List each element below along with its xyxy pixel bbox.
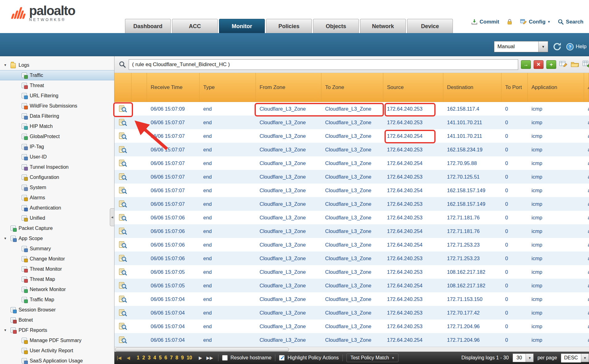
receive-time-cell[interactable]: 06/06 15:07:04: [147, 320, 200, 333]
from-zone-cell[interactable]: Cloudflare_L3_Zone: [256, 143, 321, 156]
action-cell[interactable]: a: [584, 265, 589, 279]
action-cell[interactable]: a: [584, 116, 589, 129]
to-zone-cell[interactable]: Cloudflare_L3_Zone: [321, 170, 383, 184]
to-zone-cell[interactable]: Cloudflare_L3_Zone: [321, 143, 383, 156]
config-button[interactable]: Config ▼: [520, 19, 551, 25]
sidebar-item-traffic[interactable]: Traffic: [0, 70, 114, 80]
source-cell[interactable]: 172.64.240.254: [383, 238, 443, 252]
to-port-cell[interactable]: 0: [501, 102, 528, 116]
type-cell[interactable]: end: [200, 197, 256, 211]
action-cell[interactable]: a: [584, 129, 589, 143]
commit-button[interactable]: Commit: [471, 19, 499, 25]
page-link-9[interactable]: 9: [181, 355, 184, 361]
from-zone-cell[interactable]: Cloudflare_L3_Zone: [256, 184, 321, 197]
to-port-cell[interactable]: 0: [501, 306, 528, 320]
source-cell[interactable]: 172.64.240.253: [383, 116, 443, 129]
receive-time-cell[interactable]: 06/06 15:07:06: [147, 224, 200, 238]
sidebar-item-summary[interactable]: Summary: [0, 243, 114, 254]
receive-time-cell[interactable]: 06/06 15:07:09: [147, 102, 200, 116]
search-button[interactable]: Search: [558, 19, 583, 25]
to-zone-cell[interactable]: Cloudflare_L3_Zone: [321, 279, 383, 292]
source-cell[interactable]: 172.64.240.254: [383, 129, 443, 143]
source-cell[interactable]: 172.64.240.254: [383, 184, 443, 197]
destination-cell[interactable]: 172.71.181.76: [443, 224, 501, 238]
column-header-to-zone[interactable]: To Zone: [321, 73, 383, 102]
destination-cell[interactable]: 172.71.253.23: [443, 238, 501, 252]
destination-cell[interactable]: 108.162.217.182: [443, 265, 501, 279]
type-cell[interactable]: end: [200, 211, 256, 224]
from-zone-cell[interactable]: Cloudflare_L3_Zone: [256, 292, 321, 306]
sidebar-item-logs[interactable]: ▼Logs: [0, 60, 114, 70]
sidebar-item-ip-tag[interactable]: IP-Tag: [0, 142, 114, 152]
column-header-source[interactable]: Source: [383, 73, 443, 102]
sidebar-collapse-handle[interactable]: ◀: [110, 208, 114, 226]
column-header-blank-0[interactable]: [114, 73, 131, 102]
tab-monitor[interactable]: Monitor: [219, 19, 265, 33]
log-detail-button[interactable]: [114, 156, 131, 170]
help-button[interactable]: Help: [566, 43, 587, 51]
type-cell[interactable]: end: [200, 292, 256, 306]
type-cell[interactable]: end: [200, 224, 256, 238]
source-cell[interactable]: 172.64.240.253: [383, 265, 443, 279]
sidebar-item-url-filtering[interactable]: URL Filtering: [0, 91, 114, 101]
page-link-6[interactable]: 6: [165, 355, 167, 361]
sidebar-item-alarms[interactable]: Alarms: [0, 193, 114, 203]
tab-device[interactable]: Device: [407, 19, 453, 33]
receive-time-cell[interactable]: 06/06 15:07:06: [147, 252, 200, 265]
column-header-from-zone[interactable]: From Zone: [256, 73, 321, 102]
to-port-cell[interactable]: 0: [501, 143, 528, 156]
application-cell[interactable]: icmp: [528, 116, 584, 129]
to-port-cell[interactable]: 0: [501, 265, 528, 279]
type-cell[interactable]: end: [200, 143, 256, 156]
receive-time-cell[interactable]: 06/06 15:07:04: [147, 292, 200, 306]
sidebar-item-saas-application-usage[interactable]: SaaS Application Usage: [0, 356, 114, 364]
application-cell[interactable]: icmp: [528, 292, 584, 306]
from-zone-cell[interactable]: Cloudflare_L3_Zone: [256, 116, 321, 129]
application-cell[interactable]: icmp: [528, 129, 584, 143]
page-link-3[interactable]: 3: [148, 355, 151, 361]
source-cell[interactable]: 172.64.240.253: [383, 252, 443, 265]
destination-cell[interactable]: 172.70.125.51: [443, 170, 501, 184]
log-detail-button[interactable]: [114, 184, 131, 197]
source-cell[interactable]: 172.64.240.253: [383, 170, 443, 184]
add-filter-button[interactable]: ＋: [546, 60, 556, 69]
receive-time-cell[interactable]: 06/06 15:07:05: [147, 265, 200, 279]
type-cell[interactable]: end: [200, 252, 256, 265]
to-port-cell[interactable]: 0: [501, 197, 528, 211]
destination-cell[interactable]: 172.71.204.96: [443, 320, 501, 333]
application-cell[interactable]: icmp: [528, 156, 584, 170]
destination-cell[interactable]: 162.158.157.149: [443, 197, 501, 211]
from-zone-cell[interactable]: Cloudflare_L3_Zone: [256, 306, 321, 320]
type-cell[interactable]: end: [200, 320, 256, 333]
sidebar-item-globalprotect[interactable]: GlobalProtect: [0, 131, 114, 142]
action-cell[interactable]: a: [584, 211, 589, 224]
page-link-8[interactable]: 8: [175, 355, 178, 361]
sidebar-item-pdf-reports[interactable]: ▼PDF Reports: [0, 325, 114, 335]
highlight-policy-actions-checkbox[interactable]: [279, 355, 285, 361]
to-zone-cell[interactable]: Cloudflare_L3_Zone: [321, 306, 383, 320]
from-zone-cell[interactable]: Cloudflare_L3_Zone: [256, 129, 321, 143]
type-cell[interactable]: end: [200, 156, 256, 170]
from-zone-cell[interactable]: Cloudflare_L3_Zone: [256, 211, 321, 224]
tab-dashboard[interactable]: Dashboard: [125, 19, 171, 33]
destination-cell[interactable]: 172.71.204.96: [443, 333, 501, 347]
page-link-5[interactable]: 5: [159, 355, 162, 361]
source-cell[interactable]: 172.64.240.253: [383, 143, 443, 156]
log-detail-button[interactable]: [114, 224, 131, 238]
receive-time-cell[interactable]: 06/06 15:07:04: [147, 306, 200, 320]
edit-filter-icon[interactable]: [559, 61, 568, 68]
type-cell[interactable]: end: [200, 333, 256, 347]
to-port-cell[interactable]: 0: [501, 156, 528, 170]
from-zone-cell[interactable]: Cloudflare_L3_Zone: [256, 102, 321, 116]
destination-cell[interactable]: 141.101.70.211: [443, 129, 501, 143]
source-cell[interactable]: 172.64.240.253: [383, 211, 443, 224]
log-detail-button[interactable]: [114, 116, 131, 129]
to-zone-cell[interactable]: Cloudflare_L3_Zone: [321, 156, 383, 170]
type-cell[interactable]: end: [200, 265, 256, 279]
application-cell[interactable]: icmp: [528, 143, 584, 156]
page-link-7[interactable]: 7: [170, 355, 173, 361]
destination-cell[interactable]: 172.71.181.76: [443, 211, 501, 224]
type-cell[interactable]: end: [200, 238, 256, 252]
application-cell[interactable]: icmp: [528, 238, 584, 252]
log-detail-button[interactable]: [114, 170, 131, 184]
